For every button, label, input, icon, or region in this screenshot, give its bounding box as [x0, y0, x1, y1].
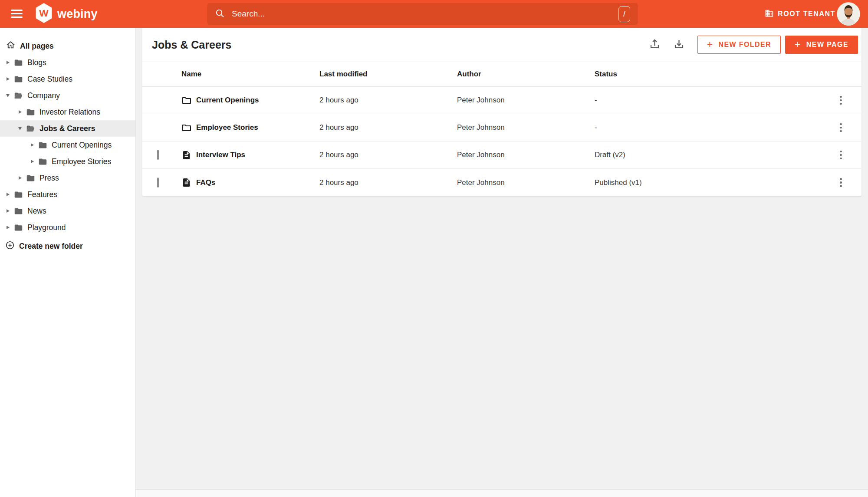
chevron-down-icon[interactable] [16, 127, 23, 130]
sidebar-item-features[interactable]: Features [0, 186, 135, 203]
plus-icon: + [795, 39, 801, 49]
row-author: Peter Johnson [457, 96, 595, 105]
sidebar-item-company[interactable]: Company [0, 87, 135, 104]
table-row[interactable]: Interview Tips 2 hours ago Peter Johnson… [142, 142, 861, 169]
row-menu-kebab-icon[interactable] [837, 175, 845, 190]
sidebar-item-playground[interactable]: Playground [0, 219, 135, 236]
search-input[interactable] [232, 9, 618, 19]
row-name[interactable]: Employee Stories [196, 123, 319, 132]
export-button[interactable] [673, 38, 685, 51]
row-status: Published (v1) [595, 178, 820, 187]
chevron-right-icon[interactable] [4, 193, 11, 196]
chevron-right-icon[interactable] [29, 143, 36, 147]
sidebar-item-label: Features [27, 190, 57, 199]
sidebar-item-label: Current Openings [52, 141, 112, 150]
chevron-right-icon[interactable] [4, 226, 11, 229]
tenant-selector[interactable]: ROOT TENANT [765, 0, 835, 28]
folder-icon [181, 95, 196, 105]
list-toolbar: Jobs & Careers [142, 28, 861, 62]
new-folder-button[interactable]: + NEW FOLDER [697, 36, 781, 54]
sidebar-item-label: Press [39, 174, 59, 183]
sidebar-item-label: News [27, 207, 46, 216]
row-name[interactable]: Current Openings [196, 96, 319, 105]
user-avatar[interactable] [837, 2, 860, 26]
main-content: Jobs & Careers [136, 28, 868, 497]
sidebar-item-label: All pages [20, 42, 54, 51]
folder-icon [14, 207, 23, 216]
sidebar-item-jobs-careers[interactable]: Jobs & Careers [0, 120, 135, 137]
plus-icon: + [707, 39, 713, 49]
column-header-author: Author [457, 70, 595, 79]
page-title: Jobs & Careers [152, 39, 231, 51]
chevron-down-icon[interactable] [4, 94, 11, 97]
column-header-status: Status [595, 70, 820, 79]
sidebar-item-label: Company [27, 91, 60, 100]
document-icon [181, 150, 196, 160]
chevron-right-icon[interactable] [16, 176, 23, 180]
chevron-right-icon[interactable] [4, 61, 11, 64]
table-row[interactable]: FAQs 2 hours ago Peter Johnson Published… [142, 169, 861, 196]
webiny-logo[interactable]: W webiny [35, 0, 98, 28]
row-menu-kebab-icon[interactable] [837, 148, 845, 162]
bottom-status-strip [136, 489, 868, 497]
row-name[interactable]: Interview Tips [196, 151, 319, 159]
sidebar-item-news[interactable]: News [0, 203, 135, 219]
row-name[interactable]: FAQs [196, 178, 319, 187]
chevron-right-icon[interactable] [4, 209, 11, 213]
table-row[interactable]: Employee Stories 2 hours ago Peter Johns… [142, 114, 861, 142]
hamburger-menu-icon[interactable] [11, 10, 23, 18]
row-menu-kebab-icon[interactable] [837, 121, 845, 135]
chevron-right-icon[interactable] [16, 110, 23, 114]
sidebar-item-press[interactable]: Press [0, 170, 135, 186]
folder-icon [14, 223, 23, 232]
row-status: - [595, 96, 820, 105]
sidebar-item-current-openings[interactable]: Current Openings [0, 137, 135, 153]
row-menu-kebab-icon[interactable] [837, 93, 845, 108]
tenant-label: ROOT TENANT [778, 10, 835, 18]
sidebar-item-label: Blogs [27, 58, 46, 67]
folder-open-icon [26, 124, 35, 133]
sidebar-item-all-pages[interactable]: All pages [0, 38, 135, 54]
folder-icon [181, 122, 196, 133]
create-new-folder-button[interactable]: Create new folder [0, 238, 135, 254]
page-list-card: Jobs & Careers [142, 28, 861, 196]
sidebar-item-label: Jobs & Careers [39, 124, 95, 133]
brand-wordmark: webiny [57, 7, 98, 21]
column-header-modified: Last modified [319, 70, 457, 79]
folder-icon [26, 108, 35, 117]
row-status: Draft (v2) [595, 151, 820, 159]
search-bar[interactable]: / [207, 3, 638, 25]
row-modified: 2 hours ago [319, 151, 457, 159]
row-modified: 2 hours ago [319, 178, 457, 187]
row-author: Peter Johnson [457, 178, 595, 187]
table-header: Name Last modified Author Status [142, 62, 861, 87]
download-icon [673, 38, 685, 51]
row-checkbox[interactable] [157, 178, 159, 188]
chevron-right-icon[interactable] [4, 77, 11, 81]
sidebar-item-label: Investor Relations [39, 108, 100, 117]
row-author: Peter Johnson [457, 151, 595, 159]
home-icon [6, 40, 16, 52]
webiny-hexagon-icon: W [35, 3, 53, 25]
new-page-button[interactable]: + NEW PAGE [785, 36, 858, 54]
search-icon [215, 8, 225, 20]
row-checkbox[interactable] [157, 150, 159, 160]
sidebar-item-label: Employee Stories [52, 157, 111, 166]
import-button[interactable] [649, 38, 661, 51]
table-row[interactable]: Current Openings 2 hours ago Peter Johns… [142, 87, 861, 114]
sidebar-item-label: Playground [27, 223, 66, 232]
column-header-name: Name [181, 70, 319, 79]
sidebar-item-employee-stories[interactable]: Employee Stories [0, 153, 135, 170]
folder-icon [14, 75, 23, 84]
sidebar-item-label: Case Studies [27, 75, 72, 84]
top-bar: W webiny / ROOT TENANT [0, 0, 868, 28]
sidebar-item-blogs[interactable]: Blogs [0, 54, 135, 71]
sidebar-item-case-studies[interactable]: Case Studies [0, 71, 135, 87]
building-icon [765, 9, 774, 20]
sidebar-item-investor-relations[interactable]: Investor Relations [0, 104, 135, 120]
create-new-folder-label: Create new folder [19, 242, 83, 251]
folder-icon [38, 141, 47, 150]
chevron-right-icon[interactable] [29, 160, 36, 163]
svg-text:W: W [39, 7, 49, 19]
row-author: Peter Johnson [457, 123, 595, 132]
